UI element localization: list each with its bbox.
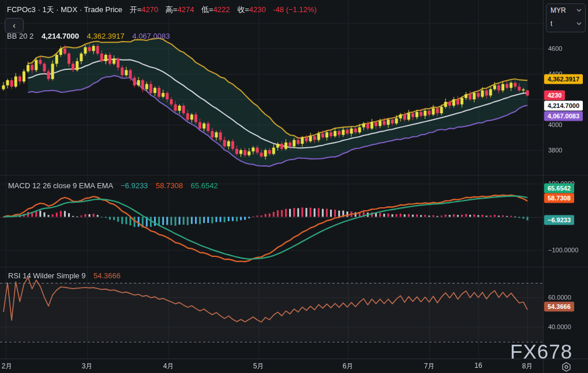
time-axis-label: 7月 bbox=[424, 361, 435, 371]
price-axis-tick: 40.0000 bbox=[548, 323, 571, 330]
rsi-name: RSI 14 Wilder Simple 9 bbox=[8, 271, 85, 280]
time-axis[interactable]: 2月3月4月5月6月7月168月 bbox=[0, 359, 588, 373]
time-axis-label: 4月 bbox=[163, 361, 174, 371]
back-chevron-icon: ‹ bbox=[13, 20, 16, 30]
pane-separator-macd[interactable] bbox=[0, 175, 588, 176]
chart-canvas[interactable] bbox=[0, 0, 543, 359]
price-axis-tick: 60.0000 bbox=[548, 294, 571, 301]
price-label-chip: 4,214.7000 bbox=[544, 101, 583, 111]
symbol-title[interactable]: FCPOc3 · 1天 · MDX · Trade Price bbox=[7, 5, 122, 14]
open-value: 4270 bbox=[141, 5, 158, 14]
back-button[interactable]: ‹ bbox=[5, 18, 24, 33]
change-value: -48 (−1.12%) bbox=[273, 5, 317, 14]
high-value: 4274 bbox=[177, 5, 194, 14]
price-axis[interactable]: 4600440040003800100.0000−100.000060.0000… bbox=[543, 0, 588, 359]
price-axis-tick: 3800 bbox=[548, 147, 562, 154]
bb-upper-value: 4,362.3917 bbox=[87, 32, 125, 40]
price-label-chip: −6.9233 bbox=[544, 215, 574, 225]
currency-select[interactable]: MYR bbox=[546, 4, 585, 17]
currency-unit-selector: MYR t bbox=[546, 3, 586, 32]
pane-separator-rsi[interactable] bbox=[0, 267, 588, 267]
rsi-value: 54.3666 bbox=[93, 271, 121, 280]
time-axis-label: 2月 bbox=[2, 361, 13, 371]
price-label-chip: 54.3666 bbox=[544, 302, 574, 312]
bb-basis-value: 4,214.7000 bbox=[42, 32, 79, 40]
price-label-chip: 65.6542 bbox=[544, 184, 574, 193]
macd-signal-value: 65.6542 bbox=[191, 181, 218, 190]
chevron-down-icon bbox=[576, 9, 582, 12]
trading-chart-app: FCPOc3 · 1天 · MDX · Trade Price 开=4270 高… bbox=[0, 0, 588, 373]
time-axis-label: 16 bbox=[474, 361, 482, 370]
macd-line-value: 58.7308 bbox=[156, 181, 183, 190]
macd-legend[interactable]: MACD 12 26 close 9 EMA EMA −6.9233 58.73… bbox=[8, 181, 218, 190]
price-label-chip: 4230 bbox=[544, 91, 565, 100]
price-label-chip: 58.7308 bbox=[544, 193, 574, 203]
low-label: 低= bbox=[201, 5, 214, 14]
close-label: 收= bbox=[237, 5, 249, 14]
time-axis-label: 6月 bbox=[343, 361, 354, 371]
unit-value: t bbox=[550, 20, 552, 28]
low-value: 4222 bbox=[214, 5, 230, 14]
price-label-chip: 4,362.3917 bbox=[544, 74, 583, 84]
watermark: FX678 bbox=[510, 340, 572, 363]
chevron-down-icon bbox=[576, 22, 582, 25]
price-axis-tick: −100.0000 bbox=[548, 247, 578, 253]
unit-select[interactable]: t bbox=[546, 17, 585, 31]
bb-name: BB 20 2 bbox=[7, 32, 33, 40]
time-axis-label: 5月 bbox=[253, 361, 264, 371]
currency-value: MYR bbox=[550, 6, 566, 14]
macd-hist-value: −6.9233 bbox=[121, 181, 148, 190]
close-value: 4230 bbox=[249, 5, 266, 14]
price-axis-tick: 4000 bbox=[548, 121, 562, 128]
bb-legend[interactable]: BB 20 2 4,214.7000 4,362.3917 4,067.0083 bbox=[7, 32, 170, 40]
price-label-chip: 4,067.0083 bbox=[544, 111, 583, 121]
symbol-header: FCPOc3 · 1天 · MDX · Trade Price 开=4270 高… bbox=[7, 5, 317, 15]
time-axis-label: 3月 bbox=[82, 361, 93, 371]
open-label: 开= bbox=[130, 5, 142, 14]
price-axis-tick: 4600 bbox=[548, 45, 562, 52]
rsi-legend[interactable]: RSI 14 Wilder Simple 9 54.3666 bbox=[8, 271, 121, 280]
macd-name: MACD 12 26 close 9 EMA EMA bbox=[8, 181, 113, 190]
bb-lower-value: 4,067.0083 bbox=[132, 32, 170, 40]
high-label: 高= bbox=[166, 5, 178, 14]
